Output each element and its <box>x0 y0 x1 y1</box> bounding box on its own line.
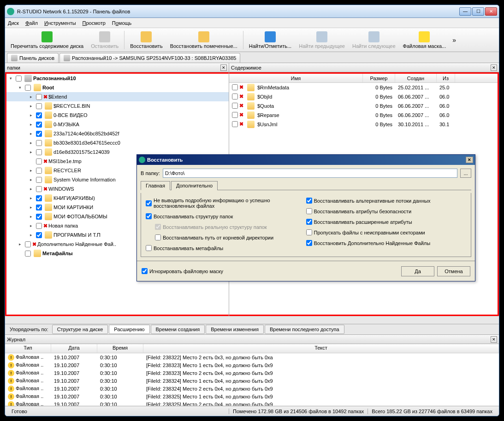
tree-item[interactable]: ▸✖$Extend <box>6 92 229 101</box>
maximize-button[interactable]: ☐ <box>472 7 484 16</box>
tree-checkbox[interactable] <box>36 232 42 238</box>
tree-checkbox[interactable] <box>36 186 42 192</box>
menu-help[interactable]: Помощь <box>112 20 132 26</box>
opt-security[interactable]: Восстанавливать атрибуты безопасности <box>306 208 467 214</box>
tool-file-mask[interactable]: Файловая маска... <box>399 30 450 50</box>
minimize-button[interactable]: — <box>459 7 471 16</box>
opt-no-detail[interactable]: Не выводить подробную информацию о успеш… <box>146 198 306 209</box>
tool-recover[interactable]: Восстановить <box>126 30 166 50</box>
tool-find[interactable]: Найти/Отметить... <box>245 30 295 50</box>
log-row[interactable]: !Файловая ..19.10.20070:30:10[FileId: 23… <box>5 361 499 369</box>
dialog-tab-main[interactable]: Главная <box>141 181 170 190</box>
dialog-close-button[interactable]: ✕ <box>466 157 473 163</box>
sort-atime[interactable]: Времени последнего доступа <box>265 325 344 334</box>
opt-restore-struct[interactable]: Восстанавливать структуру папок <box>146 213 306 219</box>
opt-restore-meta[interactable]: Восстанавливать метафайлы <box>146 245 306 251</box>
menu-tools[interactable]: Инструменты <box>44 20 76 26</box>
toolbar-overflow[interactable]: » <box>450 36 459 44</box>
opt-alt-streams[interactable]: Восстанавливать альтернативные потоки да… <box>306 198 467 204</box>
tree-checkbox[interactable] <box>36 214 42 220</box>
log-row[interactable]: !Файловая ..19.10.20070:30:10[FileId: 23… <box>5 369 499 377</box>
log-col-type[interactable]: Тип <box>5 344 51 353</box>
content-row[interactable]: ✖$RmMetadata0 Bytes25.02.2011 ...25.0 <box>229 83 498 92</box>
sort-mtime[interactable]: Времени изменения <box>206 325 264 334</box>
menu-view[interactable]: Просмотр <box>83 20 106 26</box>
log-row[interactable]: !Файловая ..19.10.20070:30:10[FileId: 23… <box>5 385 499 392</box>
tree-root[interactable]: ▾Распознанный10 <box>6 74 229 83</box>
tab-disk-panel[interactable]: Панель дисков <box>7 53 59 63</box>
tool-recover-marked[interactable]: Восстановить помеченные... <box>166 30 241 50</box>
tree-item[interactable]: ▸233a7124c4e06bc852bd452f <box>6 129 229 138</box>
to-folder-input[interactable] <box>163 169 457 178</box>
row-checkbox[interactable] <box>232 94 238 99</box>
tool-find-prev[interactable]: Найти предыдущее <box>295 30 349 50</box>
opt-restore-root-path[interactable]: Восстанавливать путь от корневой директо… <box>155 234 306 240</box>
opt-ext-attrs[interactable]: Восстанавливать расширенные атрибуты <box>306 219 467 225</box>
log-col-text[interactable]: Текст <box>143 344 499 353</box>
dialog-tab-advanced[interactable]: Дополнительно <box>171 181 218 190</box>
col-size[interactable]: Размер <box>363 74 395 82</box>
tree-checkbox[interactable] <box>36 195 42 201</box>
log-close-icon[interactable]: ✕ <box>491 336 497 343</box>
tab-path[interactable]: Распознанный10 -> SAMSUNG SP2514NVF100-3… <box>59 53 240 63</box>
sort-structure[interactable]: Структуре на диске <box>52 325 108 334</box>
content-row[interactable]: ✖$ObjId0 Bytes06.06.2007 ...06.0 <box>229 92 498 101</box>
dialog-cancel-button[interactable]: Отмена <box>437 266 470 276</box>
tree-checkbox[interactable] <box>36 94 42 100</box>
tree-checkbox[interactable] <box>36 223 42 229</box>
log-row[interactable]: !Файловая ..19.10.20070:30:10[FileId: 23… <box>5 377 499 385</box>
scrollbar-horizontal[interactable] <box>5 316 499 324</box>
tree-checkbox[interactable] <box>25 85 31 91</box>
menu-disk[interactable]: Диск <box>8 20 19 26</box>
tree-item[interactable]: ▸bb303e8301d3e647615eccc0 <box>6 138 229 147</box>
content-close-icon[interactable]: ✕ <box>491 64 497 71</box>
col-created[interactable]: Создан <box>395 74 437 82</box>
log-col-time[interactable]: Время <box>97 344 143 353</box>
tree-checkbox[interactable] <box>36 131 42 137</box>
col-name[interactable]: Имя <box>229 74 363 82</box>
tree-checkbox[interactable] <box>36 140 42 146</box>
browse-button[interactable]: ... <box>460 169 471 178</box>
tree-checkbox[interactable] <box>36 149 42 155</box>
tree-item[interactable]: ▸$RECYCLE.BIN <box>6 101 229 111</box>
log-row[interactable]: !Файловая ..19.10.20070:30:10[FileId: 23… <box>5 400 499 406</box>
close-button[interactable]: ✕ <box>485 7 497 16</box>
folders-close-icon[interactable]: ✕ <box>220 64 227 71</box>
tree-checkbox[interactable] <box>36 177 42 183</box>
tool-stop[interactable]: Остановить <box>87 30 122 50</box>
row-checkbox[interactable] <box>232 112 238 118</box>
sort-extension[interactable]: Расширению <box>109 325 149 334</box>
tree-checkbox[interactable] <box>25 241 31 247</box>
tree-checkbox[interactable] <box>36 158 42 164</box>
tool-reread[interactable]: Перечитать содержимое диска <box>7 30 87 50</box>
row-checkbox[interactable] <box>232 103 238 109</box>
opt-ignore-mask[interactable]: Игнорировать файловую маску <box>142 268 223 274</box>
log-row[interactable]: !Файловая ..19.10.20070:30:10[FileId: 23… <box>5 353 499 361</box>
tree-item[interactable]: ▸0-ВСЕ ВИДЕО <box>6 111 229 120</box>
sort-ctime[interactable]: Времени создания <box>151 325 205 334</box>
tool-find-next[interactable]: Найти следующее <box>349 30 399 50</box>
content-row[interactable]: ✖$Quota0 Bytes06.06.2007 ...06.0 <box>229 101 498 111</box>
content-row[interactable]: ✖$UsnJrnl0 Bytes30.10.2011 ...30.1 <box>229 120 498 129</box>
tree-checkbox[interactable] <box>36 122 42 128</box>
dialog-ok-button[interactable]: Да <box>401 266 434 276</box>
menu-file[interactable]: Файл <box>25 20 38 26</box>
tree-checkbox[interactable] <box>36 168 42 174</box>
opt-skip-bad[interactable]: Пропускать файлы с неисправными секторам… <box>306 229 467 235</box>
log-row[interactable]: !Файловая ..19.10.20070:30:10[FileId: 23… <box>5 392 499 400</box>
tree-checkbox[interactable] <box>36 205 42 210</box>
row-checkbox[interactable] <box>232 121 238 127</box>
tree-item[interactable]: ▸0-МУЗЫКА <box>6 120 229 129</box>
content-row[interactable]: ✖$Reparse0 Bytes06.06.2007 ...06.0 <box>229 111 498 120</box>
tree-checkbox[interactable] <box>16 76 22 82</box>
log-col-date[interactable]: Дата <box>51 344 97 353</box>
tree-checkbox[interactable] <box>25 251 31 257</box>
tree-root-folder[interactable]: ▾Root <box>6 83 229 92</box>
tree-checkbox[interactable] <box>36 112 42 118</box>
opt-restore-extra[interactable]: Восстановить Дополнительно Найденные Фай… <box>306 240 467 246</box>
log-table[interactable]: Тип Дата Время Текст !Файловая ..19.10.2… <box>5 344 499 406</box>
dialog-titlebar[interactable]: Восстановить ✕ <box>137 155 475 165</box>
row-checkbox[interactable] <box>232 84 238 90</box>
tree-checkbox[interactable] <box>36 103 42 109</box>
col-modified[interactable]: Из <box>437 74 455 82</box>
